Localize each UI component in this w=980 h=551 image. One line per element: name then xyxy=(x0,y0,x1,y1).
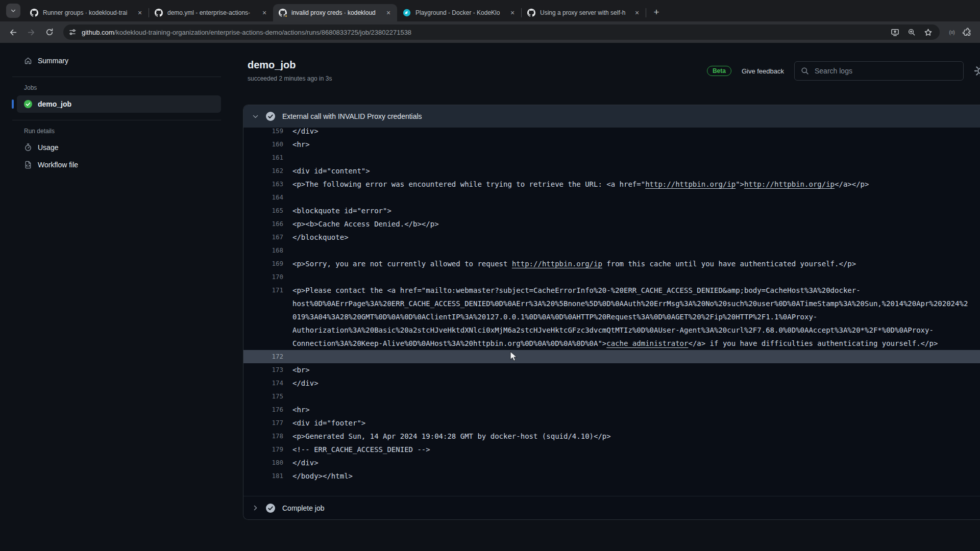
search-logs-box[interactable] xyxy=(794,61,964,81)
line-number[interactable]: 169 xyxy=(243,257,283,270)
log-link[interactable]: http://httpbin.org/ip xyxy=(512,260,602,268)
give-feedback-link[interactable]: Give feedback xyxy=(742,67,784,75)
job-main: demo_job succeeded 2 minutes ago in 3s B… xyxy=(232,43,980,551)
line-content: </div> xyxy=(283,456,980,469)
line-number[interactable]: 168 xyxy=(243,244,283,257)
browser-tab-5[interactable]: Using a proxy server with self-h× xyxy=(522,4,646,21)
github-favicon xyxy=(279,9,287,17)
chevron-right-icon[interactable] xyxy=(252,505,259,511)
tab-close-icon[interactable]: × xyxy=(632,8,642,17)
install-app-icon[interactable] xyxy=(891,28,899,37)
log-line-177: 177<div id="footer"> xyxy=(243,416,980,430)
bookmark-star-icon[interactable] xyxy=(924,28,933,37)
tab-close-icon[interactable]: × xyxy=(508,8,517,17)
extensions-puzzle-icon[interactable] xyxy=(962,28,971,37)
tab-close-icon[interactable]: × xyxy=(260,8,269,17)
log-line-173: 173<br> xyxy=(243,363,980,377)
log-line-165: 165<blockquote id="error"> xyxy=(243,204,980,217)
reload-icon xyxy=(45,28,54,36)
browser-tab-3[interactable]: invalid proxy creds · kodekloud× xyxy=(273,4,397,21)
step-title: Complete job xyxy=(282,504,325,512)
log-line-168: 168 xyxy=(243,244,980,257)
tab-close-icon[interactable]: × xyxy=(384,8,393,17)
line-number[interactable]: 164 xyxy=(243,191,283,204)
file-code-icon xyxy=(24,161,32,169)
tab-search-button[interactable] xyxy=(6,4,20,18)
log-link[interactable]: http://httpbin.org/ip xyxy=(744,180,835,188)
site-settings-icon[interactable] xyxy=(68,28,77,36)
browser-tab-2[interactable]: demo.yml - enterprise-actions-× xyxy=(149,4,273,21)
step-header-complete-job[interactable]: Complete job 0s xyxy=(243,496,980,519)
url-host: github.com xyxy=(82,29,114,36)
line-content: <p><b>Cache Access Denied.</b></p> xyxy=(283,217,980,231)
log-line-160: 160<hr> xyxy=(243,138,980,151)
line-content: <hr> xyxy=(283,403,980,416)
reload-button[interactable] xyxy=(42,24,57,40)
chevron-down-icon[interactable] xyxy=(252,113,259,120)
log-link[interactable]: cache administrator xyxy=(606,339,688,347)
log-line-179: 179<!-- ERR_CACHE_ACCESS_DENIED --> xyxy=(243,443,980,456)
tab-title: Playground - Docker - KodeKlo xyxy=(415,9,503,16)
job-header: demo_job succeeded 2 minutes ago in 3s B… xyxy=(232,43,980,105)
log-line-181: 181</body></html> xyxy=(243,469,980,483)
log-link[interactable]: http://httpbin.org/ip xyxy=(645,180,736,188)
jobs-heading: Jobs xyxy=(24,84,221,91)
new-tab-button[interactable]: + xyxy=(649,5,664,19)
line-number[interactable]: 179 xyxy=(243,443,283,456)
tab-title: Runner groups · kodekloud-trai xyxy=(43,9,131,16)
line-content: <div id="content"> xyxy=(283,164,980,178)
zoom-icon[interactable] xyxy=(908,28,916,36)
line-number[interactable]: 163 xyxy=(243,178,283,191)
address-bar[interactable]: github.com/kodekloud-training-organizati… xyxy=(63,24,940,40)
log-line-161: 161 xyxy=(243,151,980,164)
extension-badge-icon[interactable]: (≡) xyxy=(949,29,954,35)
line-content: <br> xyxy=(283,363,980,377)
step-header-external-call[interactable]: External call with INVALID Proxy credent… xyxy=(243,105,980,128)
log-settings-gear-icon[interactable] xyxy=(974,64,980,78)
log-line-170: 170 xyxy=(243,270,980,284)
browser-tab-1[interactable]: Runner groups · kodekloud-trai× xyxy=(24,4,149,21)
line-number[interactable]: 173 xyxy=(243,363,283,377)
kodekloud-favicon xyxy=(403,9,411,17)
line-number[interactable]: 161 xyxy=(243,151,283,164)
line-number[interactable]: 165 xyxy=(243,204,283,217)
browser-tab-strip: Runner groups · kodekloud-trai×demo.yml … xyxy=(0,0,980,21)
line-number[interactable]: 171 xyxy=(243,284,283,297)
sidebar-divider xyxy=(12,77,221,77)
line-number[interactable]: 160 xyxy=(243,138,283,151)
forward-button[interactable] xyxy=(23,24,39,40)
back-button[interactable] xyxy=(5,24,20,40)
tab-close-icon[interactable]: × xyxy=(135,8,144,17)
line-number[interactable]: 174 xyxy=(243,377,283,390)
log-line-171: 171<p>Please contact the <a href="mailto… xyxy=(243,284,980,350)
sidebar-item-workflow-file[interactable]: Workflow file xyxy=(17,156,221,173)
line-number[interactable]: 180 xyxy=(243,456,283,469)
line-number[interactable]: 178 xyxy=(243,430,283,443)
screen: { "colors": { "accent_blue": "#316dca", … xyxy=(0,0,980,551)
tab-title: invalid proxy creds · kodekloud xyxy=(291,9,379,16)
sidebar-item-summary[interactable]: Summary xyxy=(17,52,221,69)
log-line-175: 175 xyxy=(243,390,980,403)
sidebar-item-usage[interactable]: Usage xyxy=(17,139,221,156)
search-logs-input[interactable] xyxy=(814,66,957,76)
line-number[interactable]: 175 xyxy=(243,390,283,403)
tab-list: Runner groups · kodekloud-trai×demo.yml … xyxy=(24,0,646,21)
browser-tab-4[interactable]: Playground - Docker - KodeKlo× xyxy=(397,4,521,21)
log-line-162: 162<div id="content"> xyxy=(243,164,980,178)
browser-toolbar: github.com/kodekloud-training-organizati… xyxy=(0,21,980,43)
line-number[interactable]: 167 xyxy=(243,231,283,244)
sidebar-item-demo-job[interactable]: demo_job xyxy=(17,95,221,113)
line-content: <p>Sorry, you are not currently allowed … xyxy=(283,257,980,270)
line-number[interactable]: 176 xyxy=(243,403,283,416)
line-number[interactable]: 162 xyxy=(243,164,283,178)
line-number[interactable]: 172 xyxy=(243,350,283,363)
chevron-down-icon xyxy=(10,8,16,14)
sidebar-item-label: Usage xyxy=(38,143,58,152)
line-content: </div> xyxy=(283,377,980,390)
line-number[interactable]: 181 xyxy=(243,469,283,483)
line-number[interactable]: 177 xyxy=(243,416,283,430)
line-number[interactable]: 170 xyxy=(243,270,283,284)
github-favicon xyxy=(155,9,163,17)
line-content: </blockquote> xyxy=(283,231,980,244)
line-number[interactable]: 166 xyxy=(243,217,283,231)
